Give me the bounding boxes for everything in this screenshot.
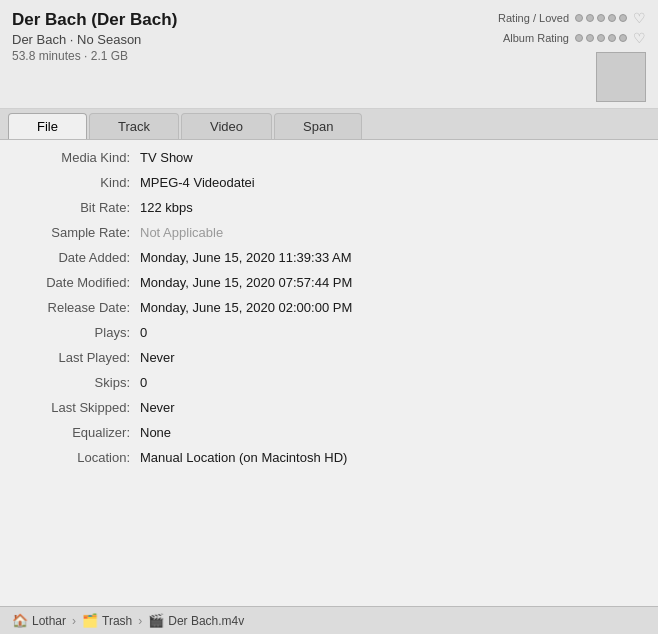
- info-label: Media Kind:: [20, 150, 140, 165]
- info-value: TV Show: [140, 150, 193, 165]
- info-row: Sample Rate:Not Applicable: [20, 225, 638, 240]
- info-row: Plays:0: [20, 325, 638, 340]
- info-value: Monday, June 15, 2020 02:00:00 PM: [140, 300, 352, 315]
- album-dot-2: [586, 34, 594, 42]
- info-label: Equalizer:: [20, 425, 140, 440]
- breadcrumb-icon-lothar: 🏠: [12, 613, 28, 628]
- info-value: Never: [140, 400, 175, 415]
- dot-3: [597, 14, 605, 22]
- info-row: Bit Rate:122 kbps: [20, 200, 638, 215]
- info-value: Monday, June 15, 2020 07:57:44 PM: [140, 275, 352, 290]
- info-value: Not Applicable: [140, 225, 223, 240]
- album-art: [596, 52, 646, 102]
- rating-label: Rating / Loved: [498, 12, 569, 24]
- info-label: Bit Rate:: [20, 200, 140, 215]
- breadcrumb-trash: Trash: [102, 614, 132, 628]
- info-value: Monday, June 15, 2020 11:39:33 AM: [140, 250, 352, 265]
- info-row: Date Modified:Monday, June 15, 2020 07:5…: [20, 275, 638, 290]
- dot-1: [575, 14, 583, 22]
- album-dot-1: [575, 34, 583, 42]
- album-loved-heart-icon[interactable]: ♡: [633, 30, 646, 46]
- info-row: Kind:MPEG-4 Videodatei: [20, 175, 638, 190]
- breadcrumb-icon-file: 🎬: [148, 613, 164, 628]
- breadcrumb-sep-1: ›: [72, 614, 76, 628]
- info-value: None: [140, 425, 171, 440]
- info-row: Release Date:Monday, June 15, 2020 02:00…: [20, 300, 638, 315]
- info-label: Skips:: [20, 375, 140, 390]
- rating-row: Rating / Loved ♡: [498, 10, 646, 26]
- info-label: Release Date:: [20, 300, 140, 315]
- album-rating-row: Album Rating ♡: [503, 30, 646, 46]
- rating-dots: [575, 14, 627, 22]
- info-row: Last Skipped:Never: [20, 400, 638, 415]
- info-value: MPEG-4 Videodatei: [140, 175, 255, 190]
- dot-2: [586, 14, 594, 22]
- breadcrumb-lothar: Lothar: [32, 614, 66, 628]
- info-value: 0: [140, 325, 147, 340]
- tab-track[interactable]: Track: [89, 113, 179, 139]
- info-label: Location:: [20, 450, 140, 465]
- info-label: Date Added:: [20, 250, 140, 265]
- header-subtitle: Der Bach · No Season: [12, 32, 498, 47]
- album-rating-dots: [575, 34, 627, 42]
- info-label: Plays:: [20, 325, 140, 340]
- info-row: Media Kind:TV Show: [20, 150, 638, 165]
- info-row: Location:Manual Location (on Macintosh H…: [20, 450, 638, 465]
- dot-5: [619, 14, 627, 22]
- info-label: Kind:: [20, 175, 140, 190]
- loved-heart-icon[interactable]: ♡: [633, 10, 646, 26]
- info-row: Equalizer:None: [20, 425, 638, 440]
- tab-file[interactable]: File: [8, 113, 87, 139]
- footer-breadcrumb: 🏠 Lothar › 🗂️ Trash › 🎬 Der Bach.m4v: [0, 606, 658, 634]
- header-meta: 53.8 minutes · 2.1 GB: [12, 49, 498, 63]
- info-value: Manual Location (on Macintosh HD): [140, 450, 347, 465]
- header-right: Rating / Loved ♡ Album Rating: [498, 10, 646, 102]
- info-value: 0: [140, 375, 147, 390]
- info-row: Last Played:Never: [20, 350, 638, 365]
- tab-span[interactable]: Span: [274, 113, 362, 139]
- tabs-bar: File Track Video Span: [0, 109, 658, 140]
- info-row: Date Added:Monday, June 15, 2020 11:39:3…: [20, 250, 638, 265]
- breadcrumb-file: Der Bach.m4v: [168, 614, 244, 628]
- album-dot-4: [608, 34, 616, 42]
- info-row: Skips:0: [20, 375, 638, 390]
- content-area: Media Kind:TV ShowKind:MPEG-4 Videodatei…: [0, 140, 658, 606]
- header-title: Der Bach (Der Bach): [12, 10, 498, 30]
- album-dot-3: [597, 34, 605, 42]
- breadcrumb-sep-2: ›: [138, 614, 142, 628]
- info-value: 122 kbps: [140, 200, 193, 215]
- breadcrumb-icon-trash: 🗂️: [82, 613, 98, 628]
- info-label: Last Skipped:: [20, 400, 140, 415]
- header-info: Der Bach (Der Bach) Der Bach · No Season…: [12, 10, 498, 63]
- album-dot-5: [619, 34, 627, 42]
- info-label: Last Played:: [20, 350, 140, 365]
- info-label: Sample Rate:: [20, 225, 140, 240]
- tab-video[interactable]: Video: [181, 113, 272, 139]
- header: Der Bach (Der Bach) Der Bach · No Season…: [0, 0, 658, 109]
- album-rating-label: Album Rating: [503, 32, 569, 44]
- dot-4: [608, 14, 616, 22]
- info-value: Never: [140, 350, 175, 365]
- window: Der Bach (Der Bach) Der Bach · No Season…: [0, 0, 658, 634]
- info-label: Date Modified:: [20, 275, 140, 290]
